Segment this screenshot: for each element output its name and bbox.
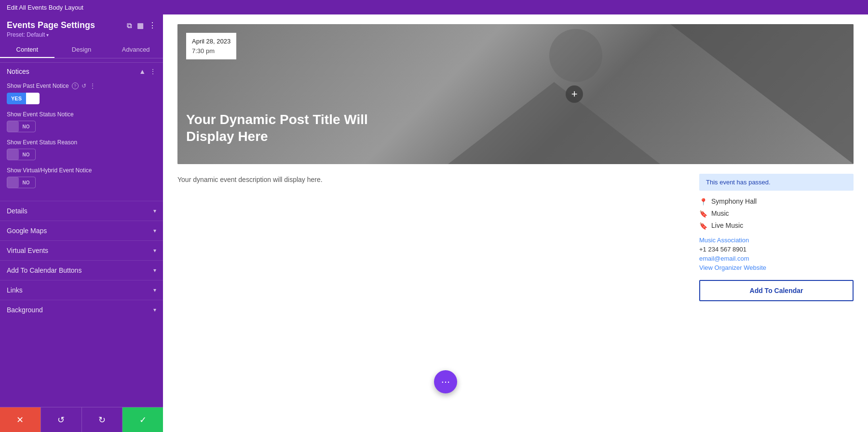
top-bar: Edit All Events Body Layout bbox=[0, 0, 868, 14]
virtual-events-label: Virtual Events bbox=[7, 247, 48, 254]
location-icon: 📍 bbox=[699, 198, 707, 206]
event-date-box: April 28, 2023 7:30 pm bbox=[186, 33, 236, 59]
venue-row: 📍 Symphony Hall bbox=[699, 197, 854, 206]
category1-row: 🔖 Music bbox=[699, 209, 854, 218]
show-event-status-notice-label: Show Event Status Notice bbox=[7, 111, 74, 118]
sidebar-tabs: Content Design Advanced bbox=[0, 42, 163, 58]
category1-icon: 🔖 bbox=[699, 210, 707, 218]
more-icon-past-event[interactable]: ⋮ bbox=[89, 82, 96, 90]
show-past-event-notice-row: Show Past Event Notice ? ↺ ⋮ YES bbox=[7, 82, 156, 104]
notices-body: Show Past Event Notice ? ↺ ⋮ YES Show Ev… bbox=[0, 80, 163, 201]
add-element-button[interactable]: + bbox=[566, 85, 583, 103]
event-body: Your dynamic event description will disp… bbox=[177, 174, 854, 301]
toggle-off-thumb-2 bbox=[7, 149, 19, 160]
hero-triangle-bottom bbox=[448, 82, 660, 164]
details-section[interactable]: Details ▾ bbox=[0, 201, 163, 221]
event-title: Your Dynamic Post Title Will Display Her… bbox=[186, 111, 379, 145]
notices-title: Notices bbox=[7, 68, 29, 75]
background-chevron: ▾ bbox=[153, 307, 156, 313]
undo-button[interactable]: ↺ bbox=[41, 407, 82, 432]
toggle-thumb bbox=[26, 93, 40, 104]
show-past-event-notice-label: Show Past Event Notice bbox=[7, 83, 69, 89]
toggle-event-status[interactable]: NO bbox=[7, 121, 36, 132]
redo-button[interactable]: ↻ bbox=[82, 407, 123, 432]
category2-icon: 🔖 bbox=[699, 222, 707, 230]
toggle-off-thumb-3 bbox=[7, 177, 19, 188]
google-maps-label: Google Maps bbox=[7, 227, 47, 235]
notices-more-icon[interactable]: ⋮ bbox=[149, 68, 156, 75]
event-notice: This event has passed. bbox=[699, 174, 854, 191]
show-virtual-event-notice-label: Show Virtual/Hybrid Event Notice bbox=[7, 167, 92, 174]
organizer-name-link[interactable]: Music Association bbox=[699, 237, 854, 244]
notices-section-header[interactable]: Notices ▲ ⋮ bbox=[0, 63, 163, 80]
category2-name: Live Music bbox=[711, 222, 743, 229]
links-label: Links bbox=[7, 286, 23, 294]
preset-caret: ▾ bbox=[46, 32, 49, 38]
sidebar-icon-duplicate[interactable]: ⧉ bbox=[127, 21, 132, 30]
hero-triangle bbox=[670, 24, 854, 164]
toggle-off-label-3: NO bbox=[19, 180, 35, 185]
show-event-status-notice-row: Show Event Status Notice NO bbox=[7, 111, 156, 132]
organizer-website-link[interactable]: View Organizer Website bbox=[699, 264, 854, 271]
organizer-email-link[interactable]: email@email.com bbox=[699, 255, 854, 262]
sidebar-preset[interactable]: Preset: Default ▾ bbox=[7, 31, 156, 38]
venue-name: Symphony Hall bbox=[711, 197, 757, 205]
organizer-block: Music Association +1 234 567 8901 email@… bbox=[699, 237, 854, 271]
fab-icon: ··· bbox=[441, 376, 450, 388]
tab-advanced[interactable]: Advanced bbox=[108, 42, 163, 58]
toggle-off-label-2: NO bbox=[19, 152, 35, 157]
cancel-button[interactable]: ✕ bbox=[0, 407, 41, 432]
google-maps-section[interactable]: Google Maps ▾ bbox=[0, 221, 163, 240]
add-to-calendar-chevron: ▾ bbox=[153, 267, 156, 274]
show-event-status-reason-row: Show Event Status Reason NO bbox=[7, 139, 156, 160]
event-date: April 28, 2023 bbox=[192, 37, 231, 46]
background-label: Background bbox=[7, 306, 43, 314]
event-hero: April 28, 2023 7:30 pm Your Dynamic Post… bbox=[177, 24, 854, 164]
save-button[interactable]: ✓ bbox=[122, 407, 163, 432]
sidebar-title: Events Page Settings bbox=[7, 20, 95, 30]
event-time: 7:30 pm bbox=[192, 46, 231, 56]
tab-design[interactable]: Design bbox=[54, 42, 109, 58]
add-to-calendar-section[interactable]: Add To Calendar Buttons ▾ bbox=[0, 260, 163, 280]
sidebar-content: Notices ▲ ⋮ Show Past Event Notice ? ↺ ⋮ bbox=[0, 62, 163, 432]
sidebar: Events Page Settings ⧉ ▦ ⋮ Preset: Defau… bbox=[0, 14, 163, 432]
toggle-event-status-reason[interactable]: NO bbox=[7, 149, 36, 160]
main-content: April 28, 2023 7:30 pm Your Dynamic Post… bbox=[163, 14, 868, 432]
add-to-calendar-label: Add To Calendar Buttons bbox=[7, 266, 81, 274]
event-description: Your dynamic event description will disp… bbox=[177, 174, 685, 301]
notices-collapse-icon[interactable]: ▲ bbox=[139, 68, 146, 75]
toggle-off-label-1: NO bbox=[19, 124, 35, 129]
help-icon-past-event[interactable]: ? bbox=[72, 83, 79, 89]
google-maps-chevron: ▾ bbox=[153, 227, 156, 234]
toggle-on-label: YES bbox=[7, 93, 26, 104]
links-chevron: ▾ bbox=[153, 287, 156, 293]
toggle-off-thumb-1 bbox=[7, 121, 19, 132]
top-bar-title: Edit All Events Body Layout bbox=[7, 4, 83, 11]
sidebar-header: Events Page Settings ⧉ ▦ ⋮ Preset: Defau… bbox=[0, 14, 163, 42]
details-chevron: ▾ bbox=[153, 208, 156, 214]
category2-row: 🔖 Live Music bbox=[699, 222, 854, 230]
virtual-events-section[interactable]: Virtual Events ▾ bbox=[0, 240, 163, 260]
reset-icon-past-event[interactable]: ↺ bbox=[81, 83, 86, 89]
event-sidebar-info: This event has passed. 📍 Symphony Hall 🔖… bbox=[699, 174, 854, 301]
show-event-status-reason-label: Show Event Status Reason bbox=[7, 139, 77, 146]
background-section[interactable]: Background ▾ bbox=[0, 300, 163, 320]
show-virtual-event-notice-row: Show Virtual/Hybrid Event Notice NO bbox=[7, 167, 156, 188]
organizer-phone: +1 234 567 8901 bbox=[699, 246, 854, 253]
tab-content[interactable]: Content bbox=[0, 42, 54, 58]
add-to-calendar-button[interactable]: Add To Calendar bbox=[699, 280, 854, 301]
virtual-events-chevron: ▾ bbox=[153, 247, 156, 254]
sidebar-toolbar: ✕ ↺ ↻ ✓ bbox=[0, 407, 163, 432]
details-label: Details bbox=[7, 207, 27, 215]
toggle-virtual-event[interactable]: NO bbox=[7, 177, 36, 188]
hero-circle bbox=[549, 29, 602, 82]
sidebar-icon-more[interactable]: ⋮ bbox=[149, 21, 156, 30]
links-section[interactable]: Links ▾ bbox=[0, 280, 163, 300]
fab-button[interactable]: ··· bbox=[434, 370, 457, 393]
category1-name: Music bbox=[711, 209, 729, 217]
toggle-past-event[interactable]: YES bbox=[7, 93, 40, 104]
sidebar-icon-columns[interactable]: ▦ bbox=[137, 21, 144, 30]
